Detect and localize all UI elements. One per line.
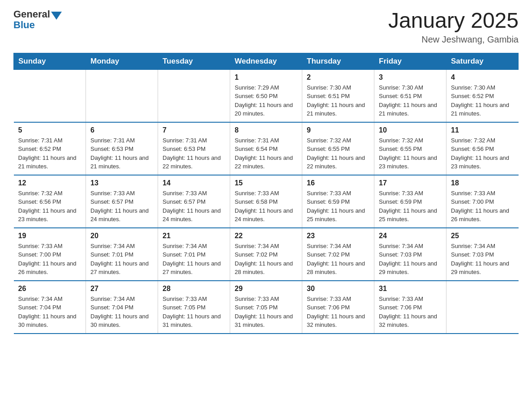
day-cell: 26Sunrise: 7:34 AM Sunset: 7:04 PM Dayli… xyxy=(14,281,86,334)
day-cell: 18Sunrise: 7:33 AM Sunset: 7:00 PM Dayli… xyxy=(446,175,519,228)
week-row-2: 5Sunrise: 7:31 AM Sunset: 6:52 PM Daylig… xyxy=(14,122,519,175)
day-cell: 6Sunrise: 7:31 AM Sunset: 6:53 PM Daylig… xyxy=(86,122,158,175)
header-tuesday: Tuesday xyxy=(158,53,230,69)
header-monday: Monday xyxy=(86,53,158,69)
day-cell: 2Sunrise: 7:30 AM Sunset: 6:51 PM Daylig… xyxy=(302,69,374,122)
day-info: Sunrise: 7:33 AM Sunset: 7:00 PM Dayligh… xyxy=(18,242,82,277)
day-info: Sunrise: 7:33 AM Sunset: 6:59 PM Dayligh… xyxy=(379,189,442,224)
week-row-1: 1Sunrise: 7:29 AM Sunset: 6:50 PM Daylig… xyxy=(14,69,519,122)
day-info: Sunrise: 7:33 AM Sunset: 6:59 PM Dayligh… xyxy=(307,189,369,224)
day-info: Sunrise: 7:32 AM Sunset: 6:56 PM Dayligh… xyxy=(451,136,514,171)
day-cell: 5Sunrise: 7:31 AM Sunset: 6:52 PM Daylig… xyxy=(14,122,86,175)
day-cell: 22Sunrise: 7:34 AM Sunset: 7:02 PM Dayli… xyxy=(230,228,302,281)
page-header: General Blue January 2025 New Jeshwang, … xyxy=(13,9,519,45)
day-info: Sunrise: 7:33 AM Sunset: 7:00 PM Dayligh… xyxy=(451,189,514,224)
day-info: Sunrise: 7:33 AM Sunset: 7:05 PM Dayligh… xyxy=(235,295,297,330)
day-info: Sunrise: 7:32 AM Sunset: 6:56 PM Dayligh… xyxy=(18,189,82,224)
header-sunday: Sunday xyxy=(14,53,86,69)
week-row-5: 26Sunrise: 7:34 AM Sunset: 7:04 PM Dayli… xyxy=(14,281,519,334)
header-saturday: Saturday xyxy=(446,53,519,69)
day-info: Sunrise: 7:34 AM Sunset: 7:04 PM Dayligh… xyxy=(18,295,82,330)
day-number: 29 xyxy=(235,285,297,293)
day-cell: 14Sunrise: 7:33 AM Sunset: 6:57 PM Dayli… xyxy=(158,175,230,228)
day-info: Sunrise: 7:33 AM Sunset: 6:58 PM Dayligh… xyxy=(235,189,297,224)
day-number: 4 xyxy=(451,73,514,81)
day-info: Sunrise: 7:32 AM Sunset: 6:55 PM Dayligh… xyxy=(307,136,369,171)
day-info: Sunrise: 7:33 AM Sunset: 7:06 PM Dayligh… xyxy=(379,295,442,330)
day-cell: 27Sunrise: 7:34 AM Sunset: 7:04 PM Dayli… xyxy=(86,281,158,334)
day-cell xyxy=(86,69,158,122)
day-number: 5 xyxy=(18,126,82,134)
day-number: 13 xyxy=(90,179,153,187)
day-cell: 30Sunrise: 7:33 AM Sunset: 7:06 PM Dayli… xyxy=(302,281,374,334)
day-info: Sunrise: 7:34 AM Sunset: 7:02 PM Dayligh… xyxy=(307,242,369,277)
day-info: Sunrise: 7:30 AM Sunset: 6:51 PM Dayligh… xyxy=(307,83,369,118)
day-cell: 16Sunrise: 7:33 AM Sunset: 6:59 PM Dayli… xyxy=(302,175,374,228)
logo-triangle-icon xyxy=(51,12,62,20)
day-cell: 24Sunrise: 7:34 AM Sunset: 7:03 PM Dayli… xyxy=(374,228,446,281)
day-number: 15 xyxy=(235,179,297,187)
day-number: 25 xyxy=(451,232,514,240)
day-cell xyxy=(446,281,519,334)
day-number: 6 xyxy=(90,126,153,134)
day-number: 14 xyxy=(163,179,225,187)
day-info: Sunrise: 7:31 AM Sunset: 6:54 PM Dayligh… xyxy=(235,136,297,171)
day-cell: 10Sunrise: 7:32 AM Sunset: 6:55 PM Dayli… xyxy=(374,122,446,175)
day-cell: 17Sunrise: 7:33 AM Sunset: 6:59 PM Dayli… xyxy=(374,175,446,228)
day-cell: 15Sunrise: 7:33 AM Sunset: 6:58 PM Dayli… xyxy=(230,175,302,228)
day-number: 30 xyxy=(307,285,369,293)
day-cell: 9Sunrise: 7:32 AM Sunset: 6:55 PM Daylig… xyxy=(302,122,374,175)
day-number: 17 xyxy=(379,179,442,187)
day-cell: 25Sunrise: 7:34 AM Sunset: 7:03 PM Dayli… xyxy=(446,228,519,281)
day-cell: 13Sunrise: 7:33 AM Sunset: 6:57 PM Dayli… xyxy=(86,175,158,228)
logo-general: General xyxy=(13,9,50,20)
day-number: 24 xyxy=(379,232,442,240)
day-info: Sunrise: 7:34 AM Sunset: 7:02 PM Dayligh… xyxy=(235,242,297,277)
day-info: Sunrise: 7:34 AM Sunset: 7:03 PM Dayligh… xyxy=(451,242,514,277)
day-number: 31 xyxy=(379,285,442,293)
day-number: 22 xyxy=(235,232,297,240)
day-cell: 1Sunrise: 7:29 AM Sunset: 6:50 PM Daylig… xyxy=(230,69,302,122)
day-number: 20 xyxy=(90,232,153,240)
day-cell: 11Sunrise: 7:32 AM Sunset: 6:56 PM Dayli… xyxy=(446,122,519,175)
week-row-3: 12Sunrise: 7:32 AM Sunset: 6:56 PM Dayli… xyxy=(14,175,519,228)
day-cell: 28Sunrise: 7:33 AM Sunset: 7:05 PM Dayli… xyxy=(158,281,230,334)
day-cell: 8Sunrise: 7:31 AM Sunset: 6:54 PM Daylig… xyxy=(230,122,302,175)
day-number: 3 xyxy=(379,73,442,81)
day-number: 7 xyxy=(163,126,225,134)
day-number: 16 xyxy=(307,179,369,187)
day-info: Sunrise: 7:31 AM Sunset: 6:52 PM Dayligh… xyxy=(18,136,82,171)
day-cell: 23Sunrise: 7:34 AM Sunset: 7:02 PM Dayli… xyxy=(302,228,374,281)
day-info: Sunrise: 7:33 AM Sunset: 6:57 PM Dayligh… xyxy=(163,189,225,224)
day-cell: 21Sunrise: 7:34 AM Sunset: 7:01 PM Dayli… xyxy=(158,228,230,281)
day-info: Sunrise: 7:33 AM Sunset: 6:57 PM Dayligh… xyxy=(90,189,153,224)
day-cell xyxy=(14,69,86,122)
day-number: 8 xyxy=(235,126,297,134)
day-info: Sunrise: 7:34 AM Sunset: 7:03 PM Dayligh… xyxy=(379,242,442,277)
header-wednesday: Wednesday xyxy=(230,53,302,69)
day-info: Sunrise: 7:34 AM Sunset: 7:04 PM Dayligh… xyxy=(90,295,153,330)
day-info: Sunrise: 7:32 AM Sunset: 6:55 PM Dayligh… xyxy=(379,136,442,171)
day-number: 1 xyxy=(235,73,297,81)
day-cell: 20Sunrise: 7:34 AM Sunset: 7:01 PM Dayli… xyxy=(86,228,158,281)
day-info: Sunrise: 7:33 AM Sunset: 7:06 PM Dayligh… xyxy=(307,295,369,330)
week-row-4: 19Sunrise: 7:33 AM Sunset: 7:00 PM Dayli… xyxy=(14,228,519,281)
day-number: 26 xyxy=(18,285,82,293)
day-number: 28 xyxy=(163,285,225,293)
day-number: 2 xyxy=(307,73,369,81)
day-number: 12 xyxy=(18,179,82,187)
day-number: 19 xyxy=(18,232,82,240)
day-cell: 4Sunrise: 7:30 AM Sunset: 6:52 PM Daylig… xyxy=(446,69,519,122)
header-thursday: Thursday xyxy=(302,53,374,69)
day-number: 18 xyxy=(451,179,514,187)
day-info: Sunrise: 7:34 AM Sunset: 7:01 PM Dayligh… xyxy=(163,242,225,277)
calendar-title: January 2025 xyxy=(388,9,519,33)
day-number: 10 xyxy=(379,126,442,134)
day-number: 27 xyxy=(90,285,153,293)
title-area: January 2025 New Jeshwang, Gambia xyxy=(388,9,519,45)
day-number: 21 xyxy=(163,232,225,240)
day-cell xyxy=(158,69,230,122)
day-cell: 3Sunrise: 7:30 AM Sunset: 6:51 PM Daylig… xyxy=(374,69,446,122)
day-info: Sunrise: 7:30 AM Sunset: 6:51 PM Dayligh… xyxy=(379,83,442,118)
day-cell: 12Sunrise: 7:32 AM Sunset: 6:56 PM Dayli… xyxy=(14,175,86,228)
